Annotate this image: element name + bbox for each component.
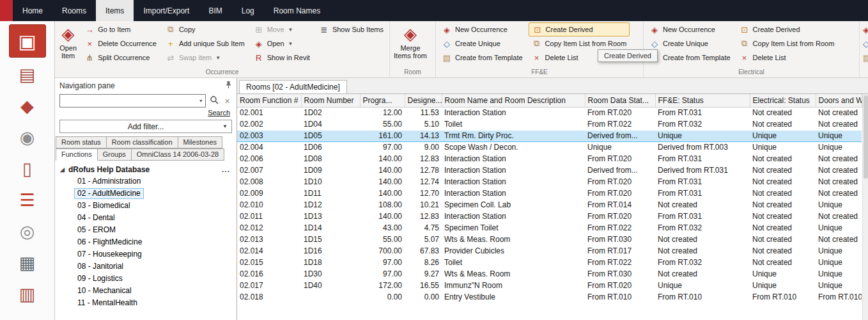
tab-functions[interactable]: Functions: [56, 148, 98, 161]
show-in-revit-button[interactable]: RShow in Revit: [251, 51, 313, 65]
search-link[interactable]: Search: [208, 109, 230, 116]
reports-module-icon[interactable]: ▥: [9, 280, 46, 308]
tab-omniclass-14-2006-03-28[interactable]: OmniClass 14 2006-03-28: [131, 148, 224, 161]
go-to-item-button[interactable]: →Go to Item: [81, 22, 160, 36]
c-button[interactable]: ▤C: [862, 51, 868, 65]
tree-item-05-erom[interactable]: 05 - EROM: [72, 225, 236, 237]
table-row[interactable]: 02.0180.000.00Entry VestibuleFrom RT.010…: [237, 291, 862, 303]
tab-milestones[interactable]: Milestones: [178, 136, 223, 148]
tree-item-09-logistics[interactable]: 09 - Logistics: [72, 273, 236, 285]
tab-room-status[interactable]: Room status: [56, 136, 107, 148]
menu-tab-items[interactable]: Items: [96, 0, 134, 21]
menu-tab-log[interactable]: Log: [232, 0, 264, 21]
column-header-designe[interactable]: Designe...: [405, 94, 442, 107]
column-header-electrical-status[interactable]: Electrical: Status: [750, 94, 816, 107]
systems-module-icon[interactable]: ◎: [9, 217, 46, 246]
c-button[interactable]: ◇C: [862, 36, 868, 51]
table-row[interactable]: 02.0111D13140.0012.83Interaction Station…: [237, 211, 862, 222]
search-history-dropdown-icon[interactable]: ▾: [196, 98, 205, 104]
create-unique-button[interactable]: ◇Create Unique: [438, 36, 526, 51]
clear-search-icon[interactable]: ×: [222, 95, 232, 106]
create-unique-button[interactable]: ◇Create Unique: [646, 36, 734, 51]
vertical-scrollbar[interactable]: [862, 94, 868, 320]
products-module-icon[interactable]: ◆: [9, 92, 46, 120]
table-row[interactable]: 02.0041D0697.009.00Scope Wash / Decon.Un…: [237, 141, 862, 153]
scrollbar-thumb[interactable]: [864, 95, 868, 179]
new-occurrence-button[interactable]: ◈New Occurrence: [438, 22, 526, 36]
delete-occurrence-button[interactable]: ×Delete Occurrence: [81, 36, 160, 51]
column-header-room-data-stat[interactable]: Room Data Stat...: [585, 94, 655, 107]
tree-expander-icon[interactable]: ◢: [60, 166, 65, 173]
column-header-progra[interactable]: Progra...: [360, 94, 405, 107]
column-header-room-number[interactable]: Room Number: [301, 94, 360, 107]
open-item-button[interactable]: ◈Open Item: [56, 22, 80, 61]
tree-item-06-flightmedicine[interactable]: 06 - FlightMedicine: [72, 237, 236, 249]
tree-menu-button[interactable]: ...: [222, 165, 230, 174]
rooms-module-icon[interactable]: ▣: [9, 24, 46, 58]
add-filter-dropdown[interactable]: Add filter... ▼: [59, 120, 232, 133]
classification-module-icon[interactable]: ◉: [9, 123, 46, 152]
tree-item-04-dental[interactable]: 04 - Dental: [72, 212, 236, 225]
search-icon[interactable]: [210, 95, 219, 106]
items-module-icon[interactable]: ▤: [9, 60, 46, 89]
tab-room-classification[interactable]: Room classification: [106, 136, 178, 148]
table-row[interactable]: 02.0081D10140.0012.74Interaction Station…: [237, 176, 862, 188]
tab-groups[interactable]: Groups: [97, 148, 132, 161]
tree-item-07-housekeeping[interactable]: 07 - Housekeeping: [72, 249, 236, 261]
tree-item-08-janitorial[interactable]: 08 - Janitorial: [72, 261, 236, 273]
search-input[interactable]: [60, 95, 196, 107]
menu-tab-bim[interactable]: BIM: [199, 0, 231, 21]
datasets-module-icon[interactable]: ☰: [9, 186, 46, 214]
copy-item-list-from-room-button[interactable]: ⧉Copy Item List from Room: [529, 36, 630, 51]
delete-list-button[interactable]: ×Delete List: [736, 51, 838, 65]
cell-designe: 67.83: [405, 245, 442, 257]
table-row[interactable]: 02.0031D05161.0014.13Trmt Rm. Dirty Proc…: [237, 130, 862, 141]
table-row[interactable]: 02.0131D1555.005.07Wts & Meas. RoomFrom …: [237, 234, 862, 245]
table-row[interactable]: 02.0151D1897.008.26ToiletFrom RT.022From…: [237, 257, 862, 268]
create-derived-button[interactable]: ⊡Create Derived: [736, 22, 838, 36]
table-row[interactable]: 02.0141D16700.0067.83Provider CubiclesFr…: [237, 245, 862, 257]
app-logo[interactable]: [0, 0, 13, 21]
table-row[interactable]: 02.0121D1443.004.75Specimen ToiletFrom R…: [237, 222, 862, 234]
add-unique-sub-item-button[interactable]: +Add unique Sub Item: [162, 36, 248, 51]
column-header-room-function[interactable]: Room Function #: [237, 94, 301, 107]
table-row[interactable]: 02.0061D08140.0012.83Interaction Station…: [237, 153, 862, 164]
copy-button[interactable]: ⧉Copy: [162, 22, 248, 36]
menu-tab-import-export[interactable]: Import/Export: [134, 0, 199, 21]
column-header-room-name-and-room-description[interactable]: Room Name and Room Description: [442, 94, 585, 107]
show-sub-items-button[interactable]: ≣Show Sub Items: [316, 22, 387, 36]
table-row[interactable]: 02.0021D0455.005.10ToiletFrom RT.022From…: [237, 118, 862, 130]
table-row[interactable]: 02.0011D0212.0011.53Interaction StationF…: [237, 107, 862, 118]
open-button[interactable]: ◈Open▼: [251, 36, 313, 51]
create-from-template-button[interactable]: ▤Create from Template: [438, 51, 526, 65]
table-row[interactable]: 02.0161D3097.009.27Wts & Meas. RoomFrom …: [237, 268, 862, 280]
menu-tab-rooms[interactable]: Rooms: [52, 0, 96, 21]
tree-item-01-administration[interactable]: 01 - Administration: [72, 176, 236, 188]
tree-root[interactable]: ◢ dRofus Help Database ...: [55, 164, 236, 176]
table-row[interactable]: 02.0091D11140.0012.70Interaction Station…: [237, 188, 862, 199]
tree-item-11-mentalhealth[interactable]: 11 - MentalHealth: [72, 298, 236, 310]
rooms-document-tab[interactable]: Rooms [02 - AdultMedicine]: [239, 80, 347, 93]
tree-item-02-adultmedicine[interactable]: 02 - AdultMedicine: [72, 188, 236, 200]
new-occurrence-button[interactable]: ◈New Occurrence: [646, 22, 734, 36]
n-button[interactable]: ◈N: [862, 22, 868, 36]
table-row[interactable]: 02.0101D12108.0010.21Specimen Coll. LabF…: [237, 199, 862, 211]
swap-item-button[interactable]: ⇄Swap item▼: [162, 51, 248, 65]
table-row[interactable]: 02.0171D40172.0016.55Immunz"N RoomFrom R…: [237, 280, 862, 291]
buildings-module-icon[interactable]: ▦: [9, 248, 46, 277]
create-derived-button[interactable]: ⊡Create Derived: [529, 22, 630, 36]
tree-item-10-mechanical[interactable]: 10 - Mechanical: [72, 285, 236, 298]
menu-tab-home[interactable]: Home: [13, 0, 52, 21]
create-from-template-button[interactable]: ▤Create from Template: [646, 51, 734, 65]
menu-tab-room-names[interactable]: Room Names: [264, 0, 330, 21]
documents-module-icon[interactable]: ▯: [9, 154, 46, 183]
split-occurrence-button[interactable]: ⋔Split Occurrence: [81, 51, 160, 65]
column-header-ff-e-status[interactable]: FF&E: Status: [655, 94, 750, 107]
pin-icon[interactable]: [225, 81, 232, 91]
column-header-doors-and-w[interactable]: Doors and W...: [816, 94, 862, 107]
move-button[interactable]: ⊞Move▼: [251, 22, 313, 36]
tree-item-03-biomedical[interactable]: 03 - Biomedical: [72, 200, 236, 212]
merge-items-from-button[interactable]: ◈Merge Items from: [391, 22, 430, 61]
copy-item-list-from-room-button[interactable]: ⧉Copy Item List from Room: [736, 36, 838, 51]
table-row[interactable]: 02.0071D09140.0012.78Interaction Station…: [237, 164, 862, 176]
